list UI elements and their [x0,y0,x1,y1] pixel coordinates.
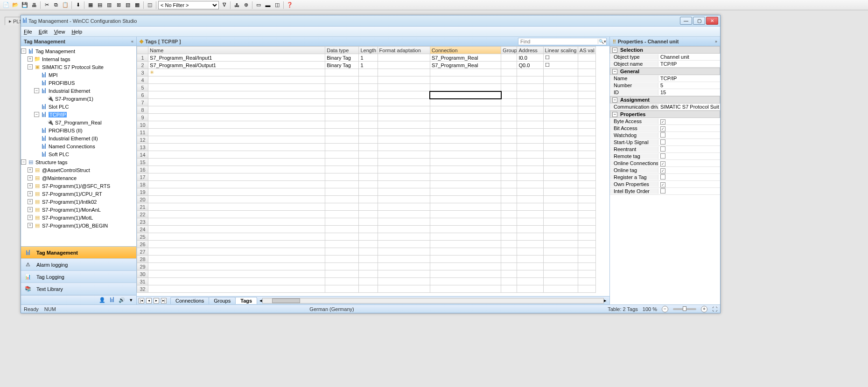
cell[interactable] [148,248,325,256]
tree-item[interactable]: 🔌S7-Programm(1) [21,95,136,103]
tree-item[interactable]: −Industrial Ethernet [21,87,136,95]
cell[interactable] [501,114,517,121]
cell[interactable] [148,136,325,144]
prop-val[interactable] [658,188,720,194]
row-header[interactable]: 27 [137,248,148,256]
save-icon[interactable]: 💾 [21,1,29,9]
cell[interactable] [325,151,359,159]
row-header[interactable]: 3 [137,69,148,76]
minimize-button[interactable]: — [680,17,692,25]
cell[interactable] [148,181,325,188]
cell[interactable] [359,278,378,285]
cell[interactable] [543,196,578,203]
grid5-icon[interactable]: ▧ [124,1,132,9]
zoom-out-button[interactable]: − [662,306,668,312]
cell[interactable] [378,166,430,173]
cell[interactable] [359,241,378,248]
cell[interactable] [543,91,578,99]
cell[interactable] [578,285,595,293]
cell[interactable] [359,285,378,293]
tree-toggle-icon[interactable]: − [21,48,26,54]
cell[interactable] [325,76,359,84]
cell[interactable] [517,84,543,91]
cell[interactable] [325,91,359,99]
cell[interactable] [543,84,578,91]
cell[interactable] [430,173,501,181]
grid4-icon[interactable]: ⊞ [114,1,123,9]
cell[interactable] [430,211,501,218]
cell[interactable] [543,144,578,151]
cell[interactable] [578,241,595,248]
cell[interactable] [148,188,325,196]
cell[interactable] [578,278,595,285]
cell[interactable] [517,211,543,218]
section-toggle-icon[interactable]: − [612,69,617,74]
cell[interactable] [378,69,430,76]
cell[interactable] [578,121,595,129]
chevron-down-icon[interactable]: ▾ [130,297,133,303]
cell[interactable] [378,173,430,181]
cell[interactable] [501,129,517,136]
cell[interactable] [517,248,543,256]
cell[interactable] [359,151,378,159]
cell[interactable] [578,144,595,151]
tree-toggle-icon[interactable]: + [28,56,33,62]
prop-row[interactable]: Reentrant [610,146,720,153]
maximize-button[interactable]: ▢ [693,17,705,25]
cell[interactable] [148,278,325,285]
cell[interactable] [378,99,430,106]
cell[interactable] [325,99,359,106]
cell[interactable] [501,278,517,285]
tree-item[interactable]: +▤S7-Programm(1)/Intlk02 [21,198,136,206]
prop-section[interactable]: −General [610,68,720,75]
copy-icon[interactable]: ⧉ [52,1,60,9]
cell[interactable] [378,218,430,226]
prop-row[interactable]: Online Connections✓ [610,160,720,167]
checkbox[interactable] [660,188,665,194]
tree-item[interactable]: −Tag Management [21,47,136,55]
cell[interactable] [543,241,578,248]
find-input[interactable] [518,38,598,45]
cell[interactable] [430,196,501,203]
cell[interactable] [517,270,543,278]
row-header[interactable]: 22 [137,211,148,218]
cell[interactable] [578,106,595,114]
help-icon[interactable]: ❓ [286,1,294,9]
cell[interactable] [517,114,543,121]
cell[interactable] [430,270,501,278]
cell[interactable] [378,62,430,69]
cell[interactable] [430,181,501,188]
tree-toggle-icon[interactable]: + [28,223,33,228]
cell[interactable] [378,241,430,248]
menu-view[interactable]: View [54,29,65,35]
cell[interactable] [378,181,430,188]
cell[interactable] [543,69,578,76]
cell[interactable] [378,233,430,241]
cell[interactable] [517,203,543,211]
prop-row[interactable]: Start-Up Signal [610,139,720,146]
tree-item[interactable]: Soft PLC [21,150,136,158]
row-header[interactable]: 28 [137,256,148,263]
prop-row[interactable]: Register a Tag [610,174,720,181]
row-header[interactable]: 17 [137,173,148,181]
cell[interactable] [543,233,578,241]
cell[interactable] [378,151,430,159]
prop-val[interactable]: 15 [658,90,720,95]
cell[interactable] [430,166,501,173]
cell[interactable] [359,114,378,121]
net2-icon[interactable]: ⊕ [242,1,250,9]
cell[interactable] [578,62,595,69]
print-icon[interactable]: 🖶 [30,1,38,9]
nav-first-icon[interactable]: |◂ [139,298,144,304]
row-header[interactable]: 14 [137,151,148,159]
cell[interactable] [378,136,430,144]
cell[interactable] [378,196,430,203]
cell[interactable] [148,211,325,218]
cell[interactable] [325,233,359,241]
cell[interactable] [430,99,501,106]
cell[interactable] [578,256,595,263]
cell[interactable] [148,166,325,173]
cell[interactable] [359,144,378,151]
tree-toggle-icon[interactable]: − [34,88,39,93]
cell[interactable] [430,114,501,121]
